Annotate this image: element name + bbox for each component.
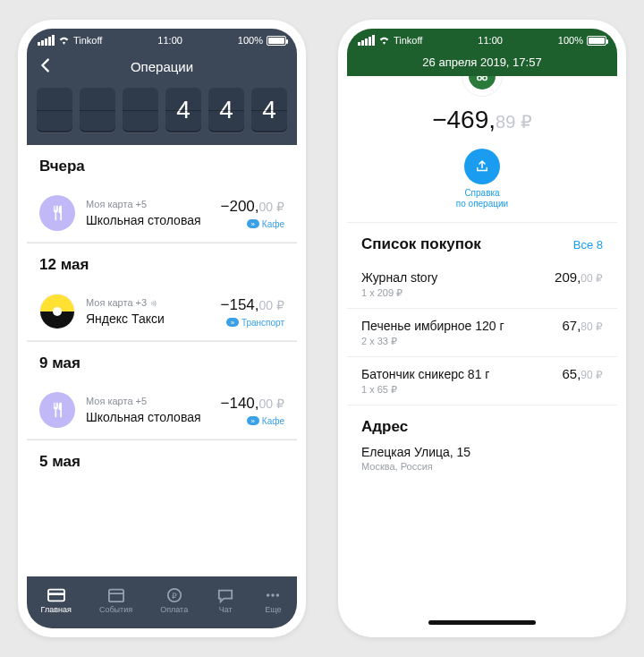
item-price-major: 67, bbox=[562, 318, 580, 333]
back-button[interactable] bbox=[34, 54, 57, 77]
svg-point-7 bbox=[272, 593, 275, 597]
category-label: Транспорт bbox=[242, 318, 284, 328]
tab-label: Главная bbox=[41, 605, 72, 614]
phone-right: Tinkoff 11:00 100% 26 апреля 2019, 17:57… bbox=[338, 20, 626, 637]
card-label: Моя карта bbox=[86, 395, 133, 407]
item-price-major: 65, bbox=[562, 366, 580, 381]
item-qty: 1 x 209 ₽ bbox=[361, 287, 437, 299]
address-line: Елецкая Улица, 15 bbox=[361, 445, 603, 459]
svg-rect-1 bbox=[48, 593, 64, 595]
card-extra-label: +5 bbox=[136, 395, 148, 407]
transaction-row[interactable]: Моя карта +5 Школьная столовая −200,00 ₽… bbox=[27, 184, 297, 243]
purchase-row[interactable]: Батончик сникерс 81 г 1 x 65 ₽ 65,90 ₽ bbox=[347, 357, 617, 405]
counter-tile bbox=[37, 88, 72, 132]
group-header: 5 мая bbox=[27, 439, 297, 480]
item-price-minor: 80 ₽ bbox=[580, 320, 603, 333]
address-sub: Москва, Россия bbox=[361, 461, 603, 472]
category-label: Кафе bbox=[262, 219, 284, 229]
counter-tiles: 4 4 4 bbox=[27, 82, 297, 145]
status-bar: Tinkoff 11:00 100% bbox=[347, 29, 617, 50]
tab-pay[interactable]: ₽ Оплата bbox=[160, 587, 188, 614]
item-price-minor: 00 ₽ bbox=[580, 272, 603, 285]
phone-left: Tinkoff 11:00 100% Операции 4 4 bbox=[18, 20, 306, 637]
receipt-datetime: 26 апреля 2019, 17:57 bbox=[347, 50, 617, 69]
svg-text:₽: ₽ bbox=[172, 592, 177, 601]
action-label: Справка bbox=[456, 188, 508, 199]
svg-point-8 bbox=[276, 593, 280, 597]
tab-label: События bbox=[99, 605, 132, 614]
amount-major: −200, bbox=[221, 198, 259, 215]
status-bar: Tinkoff 11:00 100% bbox=[27, 29, 297, 50]
action-label: по операции bbox=[456, 199, 508, 209]
wifi-icon bbox=[58, 36, 70, 45]
purchase-row[interactable]: Печенье имбирное 120 г 2 x 33 ₽ 67,80 ₽ bbox=[347, 309, 617, 357]
svg-point-10 bbox=[478, 76, 482, 81]
tabbar: Главная События ₽ Оплата Чат Еще bbox=[27, 576, 297, 628]
group-header: 12 мая bbox=[27, 243, 297, 283]
category-pill-icon: » bbox=[247, 416, 259, 425]
amount-minor: 00 ₽ bbox=[259, 298, 284, 312]
signal-icon bbox=[358, 35, 375, 46]
item-qty: 2 x 33 ₽ bbox=[361, 336, 504, 347]
contactless-icon bbox=[149, 298, 158, 307]
item-name: Журнал story bbox=[361, 269, 437, 286]
counter-tile: 4 bbox=[251, 88, 287, 132]
item-name: Печенье имбирное 120 г bbox=[361, 318, 504, 334]
purchase-row[interactable]: Журнал story 1 x 209 ₽ 209,00 ₽ bbox=[347, 260, 617, 309]
tab-more[interactable]: Еще bbox=[263, 587, 283, 614]
transaction-row[interactable]: Моя карта +5 Школьная столовая −140,00 ₽… bbox=[27, 381, 297, 439]
share-up-icon bbox=[474, 158, 490, 175]
wifi-icon bbox=[378, 36, 390, 45]
receipt-amount-minor: 89 ₽ bbox=[496, 112, 532, 132]
card-label: Моя карта bbox=[86, 296, 133, 309]
item-qty: 1 x 65 ₽ bbox=[361, 384, 489, 396]
card-extra-label: +5 bbox=[136, 198, 148, 210]
amount-minor: 00 ₽ bbox=[259, 397, 284, 411]
svg-point-11 bbox=[483, 76, 487, 81]
receipt-amount-major: −469, bbox=[432, 106, 496, 133]
merchant-label: Яндекс Такси bbox=[86, 311, 221, 327]
item-name: Батончик сникерс 81 г bbox=[361, 366, 489, 382]
category-pill-icon: » bbox=[226, 318, 239, 327]
purchases-title: Список покупок bbox=[361, 235, 481, 253]
tab-home[interactable]: Главная bbox=[41, 587, 72, 614]
ruble-circle-icon: ₽ bbox=[165, 587, 184, 603]
item-price-major: 209, bbox=[555, 269, 580, 285]
battery-label: 100% bbox=[238, 35, 263, 46]
clock-label: 11:00 bbox=[478, 35, 503, 46]
receipt-action-button[interactable] bbox=[464, 149, 500, 184]
merchant-label: Школьная столовая bbox=[86, 409, 221, 425]
group-header: 9 мая bbox=[27, 341, 297, 381]
item-price-minor: 90 ₽ bbox=[580, 369, 603, 381]
battery-icon bbox=[587, 36, 606, 46]
amount-major: −154, bbox=[221, 296, 259, 313]
tab-events[interactable]: События bbox=[99, 587, 132, 614]
home-indicator[interactable] bbox=[428, 620, 536, 625]
category-label: Кафе bbox=[262, 416, 284, 426]
tab-label: Оплата bbox=[160, 605, 188, 614]
signal-icon bbox=[38, 35, 55, 46]
category-pill-icon: » bbox=[247, 219, 259, 228]
page-title: Операции bbox=[131, 59, 193, 74]
svg-point-6 bbox=[267, 593, 270, 597]
card-label: Моя карта bbox=[86, 198, 133, 210]
carrier-label: Tinkoff bbox=[394, 35, 422, 46]
tab-chat[interactable]: Чат bbox=[216, 587, 235, 614]
counter-tile bbox=[80, 88, 115, 132]
svg-rect-2 bbox=[108, 590, 123, 602]
carrier-label: Tinkoff bbox=[73, 35, 102, 46]
merchant-badge bbox=[462, 76, 503, 97]
purchases-more-link[interactable]: Все 8 bbox=[573, 238, 603, 252]
transaction-row[interactable]: Моя карта +3 Яндекс Такси −154,00 ₽ »Тра… bbox=[27, 283, 297, 341]
amount-minor: 00 ₽ bbox=[259, 200, 284, 214]
address-title: Адрес bbox=[361, 418, 603, 436]
yandex-taxi-icon bbox=[39, 294, 75, 329]
tab-label: Чат bbox=[219, 605, 233, 614]
card-extra-label: +3 bbox=[136, 296, 148, 309]
battery-label: 100% bbox=[558, 35, 583, 46]
counter-tile: 4 bbox=[208, 88, 244, 132]
fork-icon bbox=[39, 392, 75, 428]
more-icon bbox=[263, 587, 283, 603]
clock-label: 11:00 bbox=[157, 35, 182, 46]
battery-icon bbox=[267, 36, 286, 46]
